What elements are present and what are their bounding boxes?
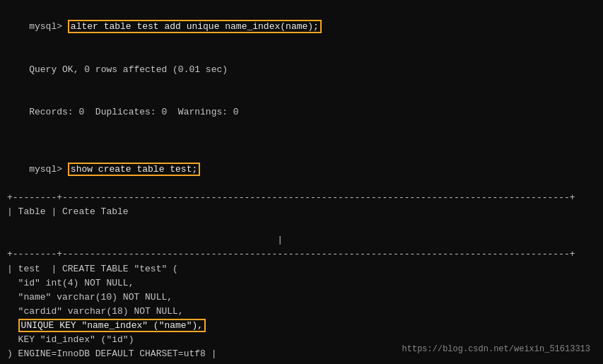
unique-key-line: UNIQUE KEY "name_index" ("name"), [18,319,206,332]
dashes-top-1: +--------+------------------------------… [7,191,596,205]
prompt-5: mysql> [29,164,68,175]
data-row-3: "name" varchar(10) NOT NULL, [7,290,596,305]
blank-1 [7,134,596,148]
blank-2 [7,219,596,233]
prompt-1: mysql> [29,21,68,32]
line-3: Records: 0 Duplicates: 0 Warnings: 0 [7,91,596,134]
line-5: mysql> show create table test; [7,148,596,190]
pipe-center: | [7,233,596,247]
watermark: https://blog.csdn.net/weixin_51613313 [402,344,590,354]
data-row-2: "id" int(4) NOT NULL, [7,276,596,290]
output-3: Records: 0 Duplicates: 0 Warnings: 0 [29,107,238,117]
terminal-window: mysql> alter table test add unique name_… [7,6,596,358]
line-2: Query OK, 0 rows affected (0.01 sec) [7,48,596,90]
header-row: | Table | Create Table | [7,205,596,219]
data-row-1: | test | CREATE TABLE "test" ( [7,262,596,276]
line-1: mysql> alter table test add unique name_… [7,6,596,48]
command-1: alter table test add unique name_index(n… [68,20,322,33]
dashes-bot-1: +--------+------------------------------… [7,362,596,364]
data-row-4: "cardid" varchar(18) NOT NULL, [7,305,596,319]
command-5: show create table test; [68,163,200,176]
dashes-mid-1: +--------+------------------------------… [7,247,596,262]
output-2: Query OK, 0 rows affected (0.01 sec) [29,64,228,75]
data-row-5: UNIQUE KEY "name_index" ("name"), [7,319,596,333]
